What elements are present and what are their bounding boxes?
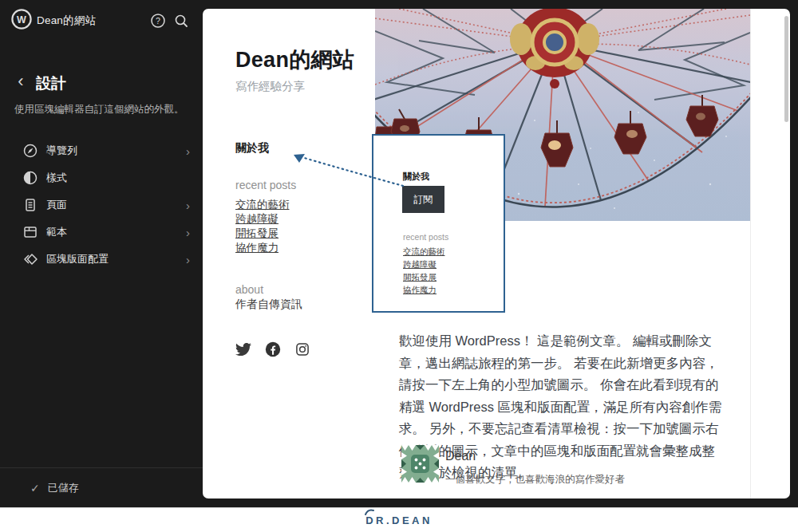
sidebar-item-label: 區塊版面配置 [46, 252, 109, 266]
recent-posts-heading: recent posts [235, 179, 296, 191]
post-link[interactable]: 跨越障礙 [235, 212, 279, 227]
sidebar-header: W Dean的網站 ? [0, 0, 203, 38]
dr-dean-logo: DR.DEAN [365, 514, 433, 526]
author-bio-link[interactable]: 作者自傳資訊 [235, 298, 302, 312]
sidebar-item-templates[interactable]: 範本 › [0, 219, 203, 246]
sidebar-item-label: 樣式 [46, 171, 67, 185]
sidebar-item-patterns[interactable]: 區塊版面配置 › [0, 246, 203, 273]
author-bio-text: 一個喜歡文字，也喜歡海浪的寫作愛好者 [445, 473, 625, 487]
search-icon[interactable] [173, 13, 189, 29]
sidebar-item-label: 導覽列 [46, 144, 77, 158]
chevron-right-icon: › [186, 144, 190, 158]
templates-icon [22, 224, 38, 240]
help-icon[interactable]: ? [150, 13, 166, 29]
svg-text:W: W [17, 14, 26, 26]
pattern-preview-overlay: 關於我 訂閱 recent posts 交流的藝術 跨越障礙 開拓發展 協作魔力 [372, 134, 505, 313]
about-me-nav-link[interactable]: 關於我 [235, 141, 269, 156]
site-name: Dean的網站 [37, 14, 96, 28]
brand-rest: R.DEAN [376, 514, 433, 526]
logo-swoosh-icon [364, 508, 375, 516]
preview-scrollbar[interactable] [784, 16, 788, 122]
saved-status-label: 已儲存 [48, 481, 79, 495]
design-panel-title: 設計 [36, 73, 66, 94]
wordpress-logo-icon[interactable]: W [11, 9, 32, 30]
patterns-icon [22, 251, 38, 267]
author-avatar [401, 445, 439, 483]
wordpress-site-editor: W Dean的網站 ? ‹ 設計 使用區塊編輯器自訂這個網站的外觀。 [0, 0, 798, 532]
navigation-icon [22, 143, 38, 159]
subscribe-button[interactable]: 訂閱 [402, 186, 444, 213]
editor-sidebar: W Dean的網站 ? ‹ 設計 使用區塊編輯器自訂這個網站的外觀。 [0, 0, 203, 507]
saved-status-button[interactable]: ✓ 已儲存 [0, 467, 203, 507]
preview-site-title: Dean的網站 [235, 45, 354, 74]
preview-site-tagline: 寫作經驗分享 [235, 79, 305, 94]
overlay-recent-posts-heading: recent posts [403, 232, 448, 242]
sidebar-item-label: 範本 [46, 225, 67, 239]
back-button[interactable]: ‹ [11, 72, 30, 93]
post-link[interactable]: 協作魔力 [235, 241, 279, 255]
overlay-post-link[interactable]: 跨越障礙 [403, 259, 437, 270]
pages-icon [22, 197, 38, 213]
sidebar-item-styles[interactable]: 樣式 [0, 164, 203, 191]
styles-icon [22, 170, 38, 186]
svg-text:?: ? [156, 16, 160, 26]
facebook-icon[interactable] [265, 341, 281, 357]
chevron-right-icon: › [186, 253, 190, 266]
content-divider [750, 9, 751, 499]
twitter-icon[interactable] [235, 341, 251, 357]
sidebar-item-label: 頁面 [46, 198, 67, 212]
instagram-icon[interactable] [294, 341, 310, 357]
host-footer: DR.DEAN [0, 507, 798, 532]
overlay-post-link[interactable]: 協作魔力 [403, 285, 437, 296]
overlay-post-link[interactable]: 開拓發展 [403, 272, 437, 283]
chevron-right-icon: › [186, 199, 190, 212]
about-heading: about [235, 283, 263, 296]
design-menu: 導覽列 › 樣式 [0, 137, 203, 273]
sidebar-item-pages[interactable]: 頁面 › [0, 191, 203, 219]
post-link[interactable]: 交流的藝術 [235, 198, 290, 212]
post-link[interactable]: 開拓發展 [235, 227, 279, 241]
chevron-right-icon: › [186, 226, 190, 239]
overlay-post-link[interactable]: 交流的藝術 [403, 246, 445, 258]
social-links [235, 341, 310, 357]
check-icon: ✓ [30, 482, 40, 495]
author-name: Dean [445, 449, 476, 463]
design-panel-description: 使用區塊編輯器自訂這個網站的外觀。 [14, 102, 190, 116]
overlay-about-label: 關於我 [403, 171, 429, 183]
sidebar-item-navigation[interactable]: 導覽列 › [0, 137, 203, 164]
brand-first-letter: D [365, 514, 376, 526]
